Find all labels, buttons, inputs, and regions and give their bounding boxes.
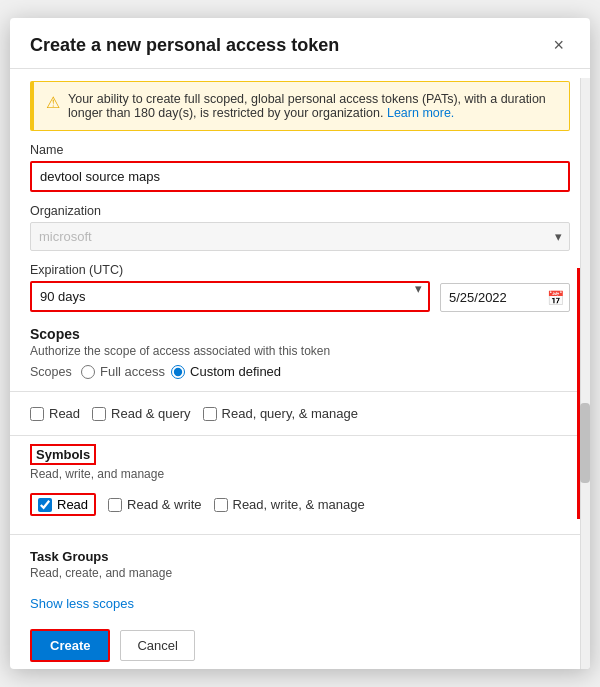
scope-read-query-label[interactable]: Read & query bbox=[92, 406, 191, 421]
scope-read-query-manage-label[interactable]: Read, query, & manage bbox=[203, 406, 358, 421]
warning-banner: ⚠ Your ability to create full scoped, gl… bbox=[30, 81, 570, 131]
task-groups-desc: Read, create, and manage bbox=[30, 566, 570, 580]
name-label: Name bbox=[30, 143, 570, 157]
scope-read-label[interactable]: Read bbox=[30, 406, 80, 421]
divider-1 bbox=[10, 391, 590, 392]
dialog-title: Create a new personal access token bbox=[30, 35, 339, 56]
symbols-section: Symbols Read, write, and manage Read Rea… bbox=[30, 444, 570, 522]
symbols-read-write-label[interactable]: Read & write bbox=[108, 493, 201, 516]
org-select-wrapper: microsoft ▾ bbox=[30, 222, 570, 251]
custom-defined-radio[interactable] bbox=[171, 365, 185, 379]
divider-3 bbox=[10, 534, 590, 535]
scrollbar-thumb[interactable] bbox=[580, 403, 590, 483]
scopes-label: Scopes bbox=[30, 365, 75, 379]
scope-read-checkbox[interactable] bbox=[30, 407, 44, 421]
create-pat-dialog: Create a new personal access token × ⚠ Y… bbox=[10, 18, 590, 669]
scopes-options-row: Scopes Full access Custom defined bbox=[30, 364, 570, 379]
expiration-select-wrap: 30 days 60 days 90 days 180 days 1 year … bbox=[30, 281, 430, 312]
date-input[interactable] bbox=[440, 283, 570, 312]
divider-2 bbox=[10, 435, 590, 436]
create-button[interactable]: Create bbox=[30, 629, 110, 662]
scrollbar[interactable] bbox=[580, 78, 590, 669]
org-label: Organization bbox=[30, 204, 570, 218]
cancel-button[interactable]: Cancel bbox=[120, 630, 194, 661]
scope-read-query-manage-checkbox[interactable] bbox=[203, 407, 217, 421]
symbols-title: Symbols bbox=[36, 447, 90, 462]
dialog-header: Create a new personal access token × bbox=[10, 18, 590, 69]
symbols-checkboxes-row: Read Read & write Read, write, & manage bbox=[30, 487, 570, 522]
symbols-read-write-manage-label[interactable]: Read, write, & manage bbox=[214, 493, 365, 516]
warning-text: Your ability to create full scoped, glob… bbox=[68, 92, 557, 120]
expiration-row: 30 days 60 days 90 days 180 days 1 year … bbox=[30, 281, 570, 312]
learn-more-link[interactable]: Learn more. bbox=[387, 106, 454, 120]
dialog-body: ⚠ Your ability to create full scoped, gl… bbox=[10, 69, 590, 669]
expiration-select[interactable]: 30 days 60 days 90 days 180 days 1 year … bbox=[30, 281, 430, 312]
symbols-read-checkbox[interactable] bbox=[38, 498, 52, 512]
symbols-desc: Read, write, and manage bbox=[30, 467, 570, 481]
task-groups-section: Task Groups Read, create, and manage bbox=[30, 549, 570, 580]
scopes-section: Scopes Authorize the scope of access ass… bbox=[30, 326, 570, 379]
show-less-link[interactable]: Show less scopes bbox=[30, 596, 134, 611]
scope-read-query-checkbox[interactable] bbox=[92, 407, 106, 421]
expiration-label: Expiration (UTC) bbox=[30, 263, 570, 277]
symbols-read-write-checkbox[interactable] bbox=[108, 498, 122, 512]
symbols-read-write-manage-checkbox[interactable] bbox=[214, 498, 228, 512]
custom-defined-radio-label[interactable]: Custom defined bbox=[171, 364, 281, 379]
red-border-indicator bbox=[577, 268, 580, 519]
task-groups-title: Task Groups bbox=[30, 549, 570, 564]
name-input[interactable] bbox=[30, 161, 570, 192]
symbols-read-label[interactable]: Read bbox=[30, 493, 96, 516]
scope-checkboxes-row: Read Read & query Read, query, & manage bbox=[30, 400, 570, 427]
expiration-field-group: Expiration (UTC) 30 days 60 days 90 days… bbox=[30, 263, 570, 312]
name-field-group: Name bbox=[30, 143, 570, 192]
date-field-wrap: 📅 bbox=[440, 283, 570, 312]
org-field-group: Organization microsoft ▾ bbox=[30, 204, 570, 251]
warning-icon: ⚠ bbox=[46, 93, 60, 112]
full-access-radio-label[interactable]: Full access bbox=[81, 364, 165, 379]
scopes-desc: Authorize the scope of access associated… bbox=[30, 344, 570, 358]
scopes-title: Scopes bbox=[30, 326, 570, 342]
actions-row: Create Cancel bbox=[30, 629, 570, 662]
org-select[interactable]: microsoft bbox=[30, 222, 570, 251]
full-access-radio[interactable] bbox=[81, 365, 95, 379]
close-button[interactable]: × bbox=[547, 34, 570, 56]
